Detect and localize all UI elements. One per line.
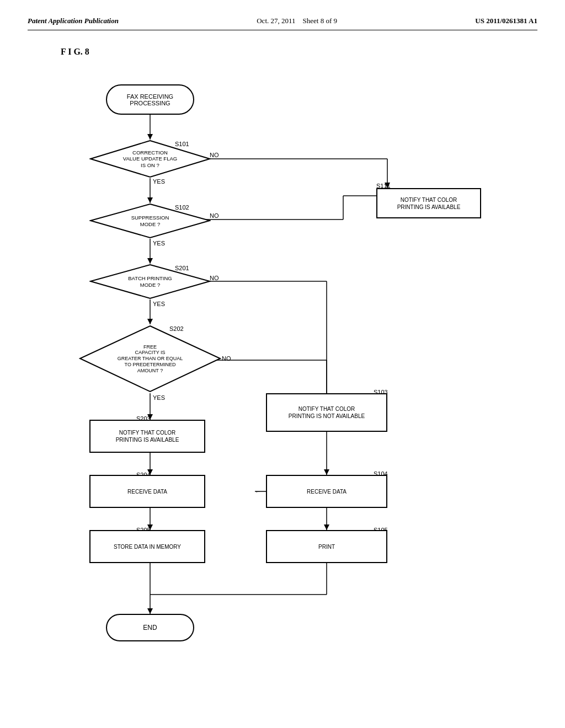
s202-text: FREE CAPACITY IS GREATER THAN OR EQUAL T… (118, 344, 183, 374)
s105-text: PRINT (318, 543, 335, 550)
svg-marker-27 (147, 258, 153, 264)
s102-diamond: SUPPRESSION MODE ? (89, 203, 211, 239)
s201-text: BATCH PRINTING MODE ? (128, 275, 172, 288)
end-terminal: END (106, 614, 194, 641)
header-date: Oct. 27, 2011 (257, 17, 295, 25)
page: Patent Application Publication Oct. 27, … (0, 0, 565, 728)
s102-no-label: NO (210, 212, 219, 219)
svg-marker-32 (324, 469, 329, 475)
s204-text: RECEIVE DATA (127, 488, 167, 495)
flowchart: FAX RECEIVING PROCESSING S101 CORRECTION… (34, 68, 531, 663)
header-left: Patent Application Publication (28, 17, 119, 25)
s111-text: NOTIFY THAT COLOR PRINTING IS AVAILABLE (397, 196, 461, 211)
s101-diamond: CORRECTION VALUE UPDATE FLAG IS ON ? (89, 140, 211, 178)
s201-diamond: BATCH PRINTING MODE ? (89, 264, 211, 299)
s205-text: STORE DATA IN MEMORY (114, 543, 181, 550)
s102-yes-label: YES (153, 240, 165, 247)
s204-rect: RECEIVE DATA (89, 475, 205, 508)
s203-rect: NOTIFY THAT COLOR PRINTING IS AVAILABLE (89, 420, 205, 453)
figure-label: F I G. 8 (61, 47, 537, 57)
s104-back-arrow: ← (255, 488, 261, 495)
start-terminal: FAX RECEIVING PROCESSING (106, 84, 194, 115)
start-label: FAX RECEIVING PROCESSING (127, 93, 173, 106)
header: Patent Application Publication Oct. 27, … (28, 17, 537, 30)
svg-marker-28 (147, 319, 153, 324)
s202-no-label: NO (222, 355, 231, 362)
s102-text: SUPPRESSION MODE ? (131, 215, 169, 227)
s202-diamond: FREE CAPACITY IS GREATER THAN OR EQUAL T… (78, 324, 222, 393)
s101-yes-label: YES (153, 178, 165, 185)
s201-no-label: NO (210, 275, 219, 281)
s205-rect: STORE DATA IN MEMORY (89, 530, 205, 563)
header-sheet: Sheet 8 of 9 (303, 17, 337, 25)
s104-text: RECEIVE DATA (307, 488, 347, 495)
header-center: Oct. 27, 2011 Sheet 8 of 9 (257, 17, 337, 25)
s201-yes-label: YES (153, 301, 165, 307)
end-label: END (143, 624, 157, 631)
s101-no-label: NO (210, 152, 219, 158)
s104-rect: RECEIVE DATA (266, 475, 387, 508)
svg-marker-34 (147, 608, 153, 614)
svg-marker-25 (147, 134, 153, 140)
header-right: US 2011/0261381 A1 (475, 17, 537, 25)
svg-marker-26 (147, 197, 153, 203)
s103-rect: NOTIFY THAT COLOR PRINTING IS NOT AVAILA… (266, 393, 387, 432)
s202-yes-label: YES (153, 394, 165, 401)
s101-text: CORRECTION VALUE UPDATE FLAG IS ON ? (123, 149, 177, 168)
s105-rect: PRINT (266, 530, 387, 563)
s103-text: NOTIFY THAT COLOR PRINTING IS NOT AVAILA… (289, 405, 365, 420)
s111-rect: NOTIFY THAT COLOR PRINTING IS AVAILABLE (376, 188, 481, 218)
svg-marker-33 (324, 524, 329, 530)
s203-text: NOTIFY THAT COLOR PRINTING IS AVAILABLE (116, 429, 179, 443)
